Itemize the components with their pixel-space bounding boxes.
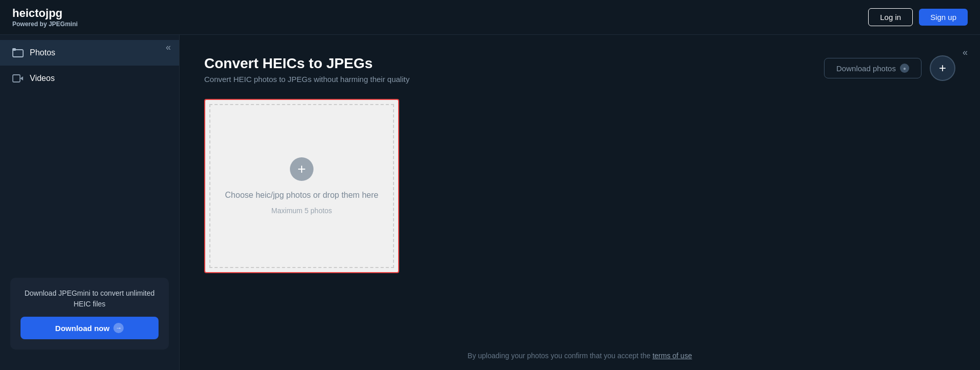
logo-subtitle: Powered by JPEGmini: [12, 20, 77, 28]
svg-rect-0: [13, 50, 23, 57]
promo-text: Download JPEGmini to convert unlimited H…: [21, 288, 159, 310]
right-collapse: «: [963, 47, 968, 58]
drop-zone-limit: Maximum 5 photos: [271, 207, 332, 215]
download-now-icon: →: [113, 323, 124, 333]
sidebar-nav: Photos Videos: [0, 35, 179, 91]
drop-zone[interactable]: + Choose heic/jpg photos or drop them he…: [204, 99, 399, 273]
header-actions: Log in Sign up: [868, 8, 968, 26]
sidebar-label-photos: Photos: [30, 48, 55, 57]
drop-zone-wrapper: + Choose heic/jpg photos or drop them he…: [204, 99, 955, 273]
photos-icon: [12, 47, 24, 58]
sidebar: « Photos Videos: [0, 35, 180, 370]
svg-rect-2: [13, 75, 20, 82]
main-actions: Download photos ● +: [824, 55, 955, 81]
download-photos-button[interactable]: Download photos ●: [824, 58, 922, 78]
sidebar-item-photos[interactable]: Photos: [0, 40, 179, 66]
logo: heictojpg Powered by JPEGmini: [12, 7, 77, 27]
page-title: Convert HEICs to JPEGs: [204, 55, 409, 72]
sidebar-collapse-button[interactable]: «: [166, 42, 171, 53]
body-layout: « Photos Videos: [0, 35, 980, 370]
login-button[interactable]: Log in: [868, 8, 913, 26]
terms-text: By uploading your photos you confirm tha…: [180, 352, 980, 360]
main-title-section: Convert HEICs to JPEGs Convert HEIC phot…: [204, 55, 409, 84]
download-photos-icon: ●: [900, 64, 909, 73]
main-header: Convert HEICs to JPEGs Convert HEIC phot…: [204, 55, 955, 84]
sidebar-item-videos[interactable]: Videos: [0, 66, 179, 91]
header: heictojpg Powered by JPEGmini Log in Sig…: [0, 0, 980, 35]
main-content: « Convert HEICs to JPEGs Convert HEIC ph…: [180, 35, 980, 370]
drop-zone-inner: + Choose heic/jpg photos or drop them he…: [225, 157, 379, 215]
drop-zone-text: Choose heic/jpg photos or drop them here: [225, 189, 379, 201]
terms-link[interactable]: terms of use: [653, 352, 692, 360]
svg-rect-1: [12, 48, 16, 51]
svg-marker-3: [20, 76, 23, 80]
videos-icon: [12, 73, 24, 84]
drop-zone-plus-icon: +: [290, 157, 313, 181]
sidebar-label-videos: Videos: [30, 74, 55, 83]
download-now-button[interactable]: Download now →: [21, 317, 159, 339]
add-button[interactable]: +: [930, 55, 955, 81]
logo-title: heictojpg: [12, 7, 77, 20]
right-collapse-button[interactable]: «: [963, 47, 968, 58]
sidebar-promo: Download JPEGmini to convert unlimited H…: [10, 278, 169, 350]
signup-button[interactable]: Sign up: [919, 9, 968, 26]
page-subtitle: Convert HEIC photos to JPEGs without har…: [204, 75, 409, 84]
logo-brand: JPEGmini: [49, 20, 78, 28]
